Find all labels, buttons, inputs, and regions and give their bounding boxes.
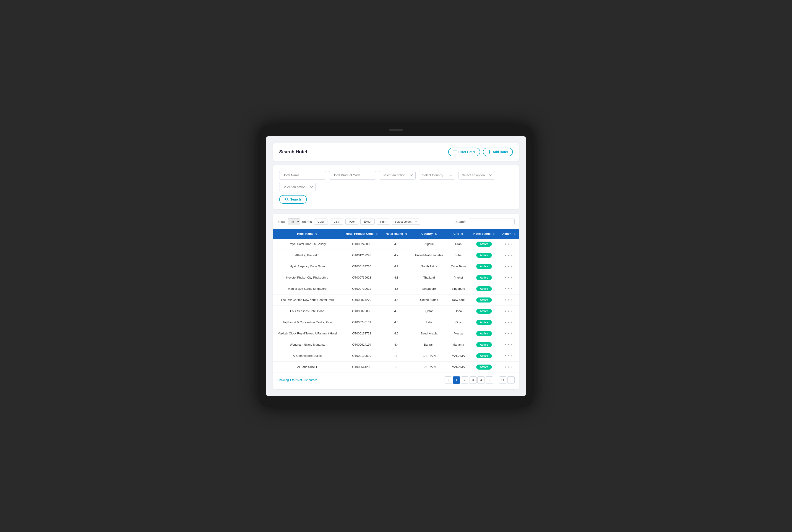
cell-action[interactable]: • • • (498, 328, 519, 339)
pdf-button[interactable]: PDF (345, 218, 358, 225)
option3-select[interactable]: Select an option (279, 183, 316, 191)
action-menu-trigger[interactable]: • • • (505, 354, 513, 358)
cell-action[interactable]: • • • (498, 272, 519, 283)
table-section: Show 25 entries Copy CSV PDF Excel Print… (273, 214, 519, 389)
col-country[interactable]: Country ⇅ (411, 229, 447, 239)
page: Search Hotel Filter Hotel Add Hotel (266, 136, 526, 396)
page-4-button[interactable]: 4 (478, 376, 485, 384)
sort-icon-name: ⇅ (315, 232, 317, 235)
cell-action[interactable]: • • • (498, 339, 519, 350)
cell-action[interactable]: • • • (498, 250, 519, 261)
search-button[interactable]: Search (279, 195, 307, 204)
page-5-button[interactable]: 5 (486, 376, 493, 384)
table-row: Royal Hotel Oran - MGallery OT000240098 … (273, 239, 519, 250)
cell-country: United States (411, 294, 447, 305)
action-menu-trigger[interactable]: • • • (505, 287, 513, 291)
column-select[interactable]: Select column (392, 218, 420, 225)
cell-hotel-name: Al Commodore Suites (273, 350, 342, 361)
status-badge: Active (476, 298, 492, 303)
status-badge: Active (476, 354, 492, 358)
cell-action[interactable]: • • • (498, 239, 519, 250)
cell-action[interactable]: • • • (498, 361, 519, 373)
copy-button[interactable]: Copy (314, 218, 328, 225)
cell-country: Bahrain (411, 339, 447, 350)
cell-product-code: OT000739628 (342, 283, 382, 294)
col-action[interactable]: Action ⇅ (498, 229, 519, 239)
option1-select[interactable]: Select an option (379, 171, 416, 179)
cell-hotel-name: The Ritz-Carlton New York, Central Park (273, 294, 342, 305)
action-menu-trigger[interactable]: • • • (505, 309, 513, 313)
table-row: Atlantis, The Palm OT001219293 4.7 Unite… (273, 250, 519, 261)
cell-country: BAHRAIN (411, 361, 447, 373)
cell-country: South Africa (411, 261, 447, 272)
action-menu-trigger[interactable]: • • • (505, 298, 513, 302)
entries-select[interactable]: 25 (288, 218, 300, 225)
action-menu-trigger[interactable]: • • • (505, 276, 513, 280)
table-row: Al Faris Suite 1 OT000641298 0 BAHRAIN M… (273, 361, 519, 373)
sort-icon-city: ⇅ (461, 232, 463, 235)
action-menu-trigger[interactable]: • • • (505, 331, 513, 335)
table-row: Hyatt Regency Cape Town OT000133730 4.2 … (273, 261, 519, 272)
sort-icon-code: ⇅ (375, 232, 378, 235)
cell-city: Goa (447, 317, 469, 328)
action-menu-trigger[interactable]: • • • (505, 343, 513, 346)
action-menu-trigger[interactable]: • • • (505, 264, 513, 268)
action-menu-trigger[interactable]: • • • (505, 365, 513, 369)
cell-action[interactable]: • • • (498, 283, 519, 294)
plus-icon (488, 150, 491, 154)
pagination-row: Showing 1 to 25 of 332 entries ‹ 1 2 3 4… (273, 373, 519, 385)
page-3-button[interactable]: 3 (469, 376, 477, 384)
cell-country: Algeria (411, 239, 447, 250)
cell-rating: 4.8 (382, 317, 411, 328)
status-badge: Active (476, 275, 492, 280)
col-hotel-name[interactable]: Hotel Name ⇅ (273, 229, 342, 239)
cell-product-code: OT001219293 (342, 250, 382, 261)
cell-action[interactable]: • • • (498, 261, 519, 272)
cell-action[interactable]: • • • (498, 350, 519, 361)
entries-label: entries (302, 220, 312, 224)
print-button[interactable]: Print (377, 218, 390, 225)
page-2-button[interactable]: 2 (461, 376, 468, 384)
filter-hotel-button[interactable]: Filter Hotel (448, 148, 480, 156)
action-menu-trigger[interactable]: • • • (505, 242, 513, 246)
page-14-button[interactable]: 14 (499, 376, 506, 384)
product-code-input[interactable] (329, 171, 376, 179)
sort-icon-rating: ⇅ (405, 232, 407, 235)
cell-rating: 4.6 (382, 328, 411, 339)
cell-rating: 4.7 (382, 250, 411, 261)
cell-action[interactable]: • • • (498, 317, 519, 328)
col-rating[interactable]: Hotel Rating ⇅ (382, 229, 411, 239)
option2-select[interactable]: Select an option (459, 171, 495, 179)
cell-action[interactable]: • • • (498, 305, 519, 317)
col-city[interactable]: City ⇅ (447, 229, 469, 239)
status-badge: Active (476, 286, 492, 291)
cell-rating: 4.6 (382, 283, 411, 294)
add-hotel-button[interactable]: Add Hotel (483, 148, 513, 156)
prev-page-button[interactable]: ‹ (445, 376, 452, 384)
cell-hotel-name: Al Faris Suite 1 (273, 361, 342, 373)
cell-product-code: OT000076835 (342, 305, 382, 317)
cell-city: Dubai (447, 250, 469, 261)
cell-hotel-name: Royal Hotel Oran - MGallery (273, 239, 342, 250)
table-row: Makkah Clock Royal Tower, A Fairmont Hot… (273, 328, 519, 339)
excel-button[interactable]: Excel (361, 218, 374, 225)
next-page-button[interactable]: › (507, 376, 515, 384)
cell-action[interactable]: • • • (498, 294, 519, 305)
csv-button[interactable]: CSV (330, 218, 343, 225)
cell-product-code: OT000874279 (342, 294, 382, 305)
country-select[interactable]: Select Country (419, 171, 455, 179)
hotel-name-input[interactable] (279, 171, 326, 179)
status-badge: Active (476, 309, 492, 314)
action-menu-trigger[interactable]: • • • (505, 253, 513, 257)
cell-status: Active (469, 272, 499, 283)
table-search-input[interactable] (469, 218, 515, 225)
page-1-button[interactable]: 1 (453, 376, 460, 384)
cell-country: BAHRAIN (411, 350, 447, 361)
action-menu-trigger[interactable]: • • • (505, 320, 513, 324)
search-icon (285, 197, 289, 201)
cell-country: Thailand (411, 272, 447, 283)
cell-country: Saudi Arabia (411, 328, 447, 339)
col-status[interactable]: Hotel Status ⇅ (469, 229, 499, 239)
col-product-code[interactable]: Hotel Product Code ⇅ (342, 229, 382, 239)
cell-status: Active (469, 250, 499, 261)
